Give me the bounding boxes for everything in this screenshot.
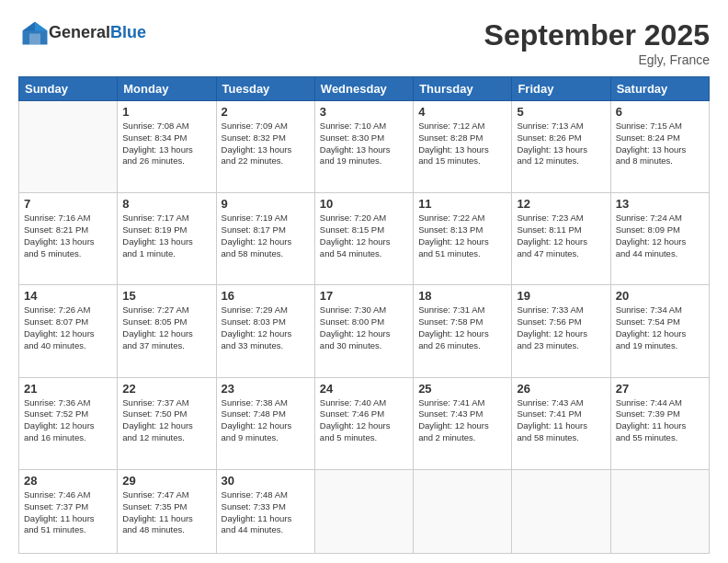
day-number: 26 [517,382,605,396]
day-number: 28 [24,474,112,488]
day-number: 24 [320,382,408,396]
day-number: 8 [122,197,210,211]
logo-icon [21,18,49,46]
calendar-cell: 10Sunrise: 7:20 AM Sunset: 8:15 PM Dayli… [314,193,413,285]
logo-text: GeneralBlue [49,23,146,42]
day-info: Sunrise: 7:22 AM Sunset: 8:13 PM Dayligh… [418,213,506,259]
title-block: September 2025 Egly, France [484,18,710,67]
day-info: Sunrise: 7:36 AM Sunset: 7:52 PM Dayligh… [24,397,112,444]
calendar-cell: 22Sunrise: 7:37 AM Sunset: 7:50 PM Dayli… [118,377,216,469]
month-title: September 2025 [484,18,710,52]
page: GeneralBlue September 2025 Egly, France … [0,0,728,563]
day-info: Sunrise: 7:16 AM Sunset: 8:21 PM Dayligh… [24,213,112,259]
day-number: 20 [616,289,704,303]
day-number: 13 [616,197,704,211]
day-info: Sunrise: 7:29 AM Sunset: 8:03 PM Dayligh… [222,304,310,351]
calendar-cell [19,101,118,193]
day-number: 15 [122,289,210,303]
calendar-cell [314,469,413,553]
week-row-1: 1Sunrise: 7:08 AM Sunset: 8:34 PM Daylig… [19,101,710,193]
day-header-friday: Friday [512,77,610,101]
day-number: 5 [517,105,605,119]
day-info: Sunrise: 7:27 AM Sunset: 8:05 PM Dayligh… [122,304,210,351]
day-info: Sunrise: 7:15 AM Sunset: 8:24 PM Dayligh… [616,121,704,167]
day-number: 21 [24,382,112,396]
day-number: 18 [418,289,506,303]
calendar-cell: 20Sunrise: 7:34 AM Sunset: 7:54 PM Dayli… [610,285,709,377]
calendar-cell: 28Sunrise: 7:46 AM Sunset: 7:37 PM Dayli… [19,469,118,553]
day-info: Sunrise: 7:19 AM Sunset: 8:17 PM Dayligh… [222,213,310,259]
day-number: 27 [616,382,704,396]
day-info: Sunrise: 7:37 AM Sunset: 7:50 PM Dayligh… [122,397,210,444]
day-info: Sunrise: 7:09 AM Sunset: 8:32 PM Dayligh… [222,121,310,167]
day-number: 22 [122,382,210,396]
day-info: Sunrise: 7:20 AM Sunset: 8:15 PM Dayligh… [320,213,408,259]
day-header-saturday: Saturday [610,77,709,101]
calendar-cell: 6Sunrise: 7:15 AM Sunset: 8:24 PM Daylig… [610,101,709,193]
day-info: Sunrise: 7:47 AM Sunset: 7:35 PM Dayligh… [122,489,210,536]
day-info: Sunrise: 7:12 AM Sunset: 8:28 PM Dayligh… [418,121,506,167]
calendar-cell: 3Sunrise: 7:10 AM Sunset: 8:30 PM Daylig… [314,101,413,193]
day-info: Sunrise: 7:24 AM Sunset: 8:09 PM Dayligh… [616,213,704,259]
calendar-cell: 13Sunrise: 7:24 AM Sunset: 8:09 PM Dayli… [610,193,709,285]
day-number: 14 [24,289,112,303]
week-row-2: 7Sunrise: 7:16 AM Sunset: 8:21 PM Daylig… [19,193,710,285]
calendar-cell: 11Sunrise: 7:22 AM Sunset: 8:13 PM Dayli… [414,193,512,285]
calendar-cell: 25Sunrise: 7:41 AM Sunset: 7:43 PM Dayli… [414,377,512,469]
svg-rect-3 [29,34,40,45]
day-header-wednesday: Wednesday [314,77,413,101]
calendar-cell: 8Sunrise: 7:17 AM Sunset: 8:19 PM Daylig… [118,193,216,285]
calendar-cell: 16Sunrise: 7:29 AM Sunset: 8:03 PM Dayli… [216,285,314,377]
day-number: 6 [616,105,704,119]
day-number: 4 [418,105,506,119]
day-header-monday: Monday [118,77,216,101]
day-number: 2 [222,105,310,119]
day-info: Sunrise: 7:48 AM Sunset: 7:33 PM Dayligh… [222,489,310,536]
day-header-thursday: Thursday [414,77,512,101]
day-number: 25 [418,382,506,396]
logo: GeneralBlue [18,18,146,46]
day-info: Sunrise: 7:31 AM Sunset: 7:58 PM Dayligh… [418,304,506,351]
day-number: 16 [222,289,310,303]
day-info: Sunrise: 7:17 AM Sunset: 8:19 PM Dayligh… [122,213,210,259]
day-number: 7 [24,197,112,211]
day-number: 12 [517,197,605,211]
day-header-tuesday: Tuesday [216,77,314,101]
calendar-cell: 15Sunrise: 7:27 AM Sunset: 8:05 PM Dayli… [118,285,216,377]
day-info: Sunrise: 7:10 AM Sunset: 8:30 PM Dayligh… [320,121,408,167]
day-info: Sunrise: 7:43 AM Sunset: 7:41 PM Dayligh… [517,397,605,444]
day-info: Sunrise: 7:40 AM Sunset: 7:46 PM Dayligh… [320,397,408,444]
location-title: Egly, France [484,52,710,67]
svg-marker-2 [23,22,36,31]
day-number: 29 [122,474,210,488]
day-info: Sunrise: 7:08 AM Sunset: 8:34 PM Dayligh… [122,121,210,167]
calendar-cell: 29Sunrise: 7:47 AM Sunset: 7:35 PM Dayli… [118,469,216,553]
calendar-cell: 30Sunrise: 7:48 AM Sunset: 7:33 PM Dayli… [216,469,314,553]
day-info: Sunrise: 7:30 AM Sunset: 8:00 PM Dayligh… [320,304,408,351]
day-number: 30 [222,474,310,488]
day-info: Sunrise: 7:44 AM Sunset: 7:39 PM Dayligh… [616,397,704,444]
week-row-3: 14Sunrise: 7:26 AM Sunset: 8:07 PM Dayli… [19,285,710,377]
calendar-cell: 5Sunrise: 7:13 AM Sunset: 8:26 PM Daylig… [512,101,610,193]
calendar-cell: 21Sunrise: 7:36 AM Sunset: 7:52 PM Dayli… [19,377,118,469]
calendar-cell: 14Sunrise: 7:26 AM Sunset: 8:07 PM Dayli… [19,285,118,377]
calendar-cell: 12Sunrise: 7:23 AM Sunset: 8:11 PM Dayli… [512,193,610,285]
day-info: Sunrise: 7:13 AM Sunset: 8:26 PM Dayligh… [517,121,605,167]
logo-blue: Blue [110,23,146,41]
calendar-cell: 9Sunrise: 7:19 AM Sunset: 8:17 PM Daylig… [216,193,314,285]
day-number: 10 [320,197,408,211]
calendar-cell: 17Sunrise: 7:30 AM Sunset: 8:00 PM Dayli… [314,285,413,377]
calendar-cell: 18Sunrise: 7:31 AM Sunset: 7:58 PM Dayli… [414,285,512,377]
day-info: Sunrise: 7:26 AM Sunset: 8:07 PM Dayligh… [24,304,112,351]
day-info: Sunrise: 7:41 AM Sunset: 7:43 PM Dayligh… [418,397,506,444]
calendar-cell [512,469,610,553]
day-info: Sunrise: 7:34 AM Sunset: 7:54 PM Dayligh… [616,304,704,351]
week-row-4: 21Sunrise: 7:36 AM Sunset: 7:52 PM Dayli… [19,377,710,469]
day-number: 17 [320,289,408,303]
day-info: Sunrise: 7:46 AM Sunset: 7:37 PM Dayligh… [24,489,112,536]
calendar-cell: 23Sunrise: 7:38 AM Sunset: 7:48 PM Dayli… [216,377,314,469]
calendar-cell: 26Sunrise: 7:43 AM Sunset: 7:41 PM Dayli… [512,377,610,469]
day-header-sunday: Sunday [19,77,118,101]
calendar-cell: 19Sunrise: 7:33 AM Sunset: 7:56 PM Dayli… [512,285,610,377]
day-number: 11 [418,197,506,211]
